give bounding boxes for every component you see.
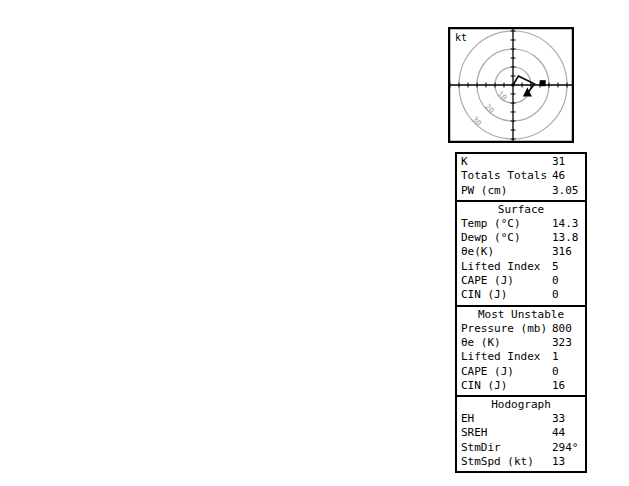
stats-box: K31Totals Totals46PW (cm)3.05 (455, 152, 587, 202)
stats-box-title: Surface (457, 203, 585, 217)
stats-value: 46 (552, 169, 565, 183)
stats-row: StmDir294° (457, 441, 585, 455)
stats-label: CAPE (J) (461, 274, 514, 287)
stats-value: 0 (552, 274, 559, 288)
stats-label: Dewp (°C) (461, 231, 521, 244)
stats-row: Totals Totals46 (457, 169, 585, 183)
stats-row: CAPE (J)0 (457, 365, 585, 379)
stats-row: Lifted Index1 (457, 350, 585, 364)
stats-label: CIN (J) (461, 288, 507, 301)
stats-row: EH33 (457, 412, 585, 426)
stats-row: Temp (°C)14.3 (457, 217, 585, 231)
stats-label: θe(K) (461, 245, 494, 258)
stats-value: 31 (552, 155, 565, 169)
skewt-plot (0, 0, 445, 486)
stats-row: Lifted Index5 (457, 260, 585, 274)
stats-label: K (461, 155, 468, 168)
stats-row: θe(K)316 (457, 245, 585, 259)
stats-box: SurfaceTemp (°C)14.3Dewp (°C)13.8θe(K)31… (455, 200, 587, 307)
stats-value: 800 (552, 322, 572, 336)
stats-label: Lifted Index (461, 260, 540, 273)
stats-value: 13.8 (552, 231, 579, 245)
mixing-ratio-axis-label (385, 240, 399, 430)
stats-row: CIN (J)16 (457, 379, 585, 393)
stats-box: Most UnstablePressure (mb)800θe (K)323Li… (455, 305, 587, 397)
stats-row: CIN (J)0 (457, 288, 585, 302)
stats-label: CIN (J) (461, 379, 507, 392)
stats-label: SREH (461, 426, 488, 439)
stats-label: EH (461, 412, 474, 425)
stats-value: 316 (552, 245, 572, 259)
stats-label: θe (K) (461, 336, 501, 349)
stats-box-title: Most Unstable (457, 308, 585, 322)
stats-label: Totals Totals (461, 169, 547, 182)
indices-panel: K31Totals Totals46PW (cm)3.05SurfaceTemp… (455, 154, 587, 473)
stats-row: PW (cm)3.05 (457, 184, 585, 198)
stats-box: HodographEH33SREH44StmDir294°StmSpd (kt)… (455, 395, 587, 473)
stats-label: Pressure (mb) (461, 322, 547, 335)
stats-row: Dewp (°C)13.8 (457, 231, 585, 245)
stats-row: Pressure (mb)800 (457, 322, 585, 336)
stats-value: 5 (552, 260, 559, 274)
stats-label: PW (cm) (461, 184, 507, 197)
hodograph-unit-label: kt (455, 32, 467, 43)
stats-row: K31 (457, 155, 585, 169)
stats-row: CAPE (J)0 (457, 274, 585, 288)
hodograph-grid: 102030 (450, 27, 574, 143)
stats-value: 1 (552, 350, 559, 364)
stats-value: 0 (552, 288, 559, 302)
stats-label: StmDir (461, 441, 501, 454)
stats-row: StmSpd (kt)13 (457, 455, 585, 469)
stats-label: StmSpd (kt) (461, 455, 534, 468)
stats-value: 13 (552, 455, 565, 469)
hodograph-origin-marker (512, 84, 515, 87)
stats-value: 14.3 (552, 217, 579, 231)
stats-value: 33 (552, 412, 565, 426)
skewt-sounding-screen: 102030kt K31Totals Totals46PW (cm)3.05Su… (0, 0, 629, 486)
stats-value: 323 (552, 336, 572, 350)
stats-value: 3.05 (552, 184, 579, 198)
hodograph-inset: 102030kt (448, 27, 574, 143)
stats-value: 0 (552, 365, 559, 379)
stats-row: SREH44 (457, 426, 585, 440)
hodograph-ring-label: 30 (470, 115, 483, 128)
stats-label: Temp (°C) (461, 217, 521, 230)
hodograph-ring-label: 20 (483, 102, 496, 115)
stats-row: θe (K)323 (457, 336, 585, 350)
stats-value: 44 (552, 426, 565, 440)
stats-label: Lifted Index (461, 350, 540, 363)
stats-value: 16 (552, 379, 565, 393)
stats-value: 294° (552, 441, 579, 455)
storm-motion-marker (540, 80, 546, 86)
stats-box-title: Hodograph (457, 398, 585, 412)
hodograph-ring-label: 10 (495, 89, 508, 102)
stats-label: CAPE (J) (461, 365, 514, 378)
